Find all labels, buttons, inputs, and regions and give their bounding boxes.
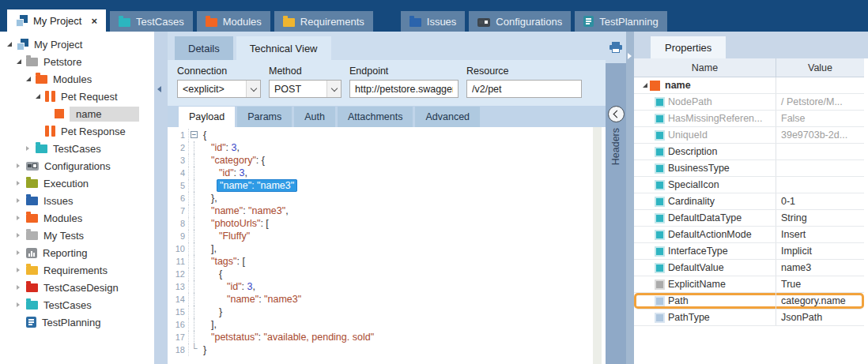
window-tab-requirements[interactable]: Requirements bbox=[274, 11, 373, 32]
tree-item-issues[interactable]: Issues bbox=[0, 192, 154, 209]
editor-line[interactable]: 8"photoUrls": [ bbox=[168, 217, 593, 230]
tree-item-configurations[interactable]: Configurations bbox=[0, 157, 154, 174]
editor-line[interactable]: 10], bbox=[168, 242, 593, 255]
property-row-explicitname[interactable]: ExplicitNameTrue bbox=[634, 276, 864, 293]
expander-icon[interactable] bbox=[14, 231, 23, 240]
headers-collapsed-panel[interactable]: Headers bbox=[606, 63, 626, 364]
editor-line[interactable]: 15} bbox=[168, 306, 593, 318]
tab-properties[interactable]: Properties bbox=[651, 36, 726, 58]
editor-line[interactable]: 16], bbox=[168, 318, 593, 331]
expander-icon[interactable] bbox=[24, 75, 32, 84]
column-header-value: Value bbox=[776, 58, 864, 77]
property-row-cardinality[interactable]: Cardinality0-1 bbox=[634, 193, 864, 210]
window-tab-configurations[interactable]: Configurations bbox=[469, 11, 571, 32]
tree-item-testcases[interactable]: TestCases bbox=[0, 296, 154, 313]
window-tab-my-project[interactable]: My Project× bbox=[7, 9, 106, 32]
tree-item-execution[interactable]: Execution bbox=[0, 174, 154, 192]
tree-item-testcases[interactable]: TestCases bbox=[0, 140, 154, 157]
expander-icon[interactable] bbox=[14, 283, 23, 292]
property-row-specialicon[interactable]: SpecialIcon bbox=[634, 177, 864, 193]
tab-technical-view[interactable]: Technical View bbox=[236, 36, 331, 60]
chevron-down-icon[interactable] bbox=[246, 81, 260, 97]
tree-item-pet-response[interactable]: Pet Response bbox=[0, 122, 154, 140]
editor-line[interactable]: 6}, bbox=[168, 192, 593, 205]
property-row-description[interactable]: Description bbox=[634, 144, 864, 160]
tree-item-testplanning[interactable]: TestPlanning bbox=[0, 313, 154, 331]
editor-line[interactable]: 5"name": "name3" bbox=[168, 179, 593, 192]
property-row-defaultactionmode[interactable]: DefaultActionModeInsert bbox=[634, 227, 864, 243]
folder-icon bbox=[26, 301, 38, 310]
tree-item-requirements[interactable]: Requirements bbox=[0, 261, 154, 279]
payload-editor[interactable]: 1{2"id": 3,3"category": {4"id": 3,5"name… bbox=[168, 127, 606, 364]
endpoint-input[interactable] bbox=[349, 80, 459, 98]
expander-icon[interactable] bbox=[14, 249, 23, 257]
property-row-pathtype[interactable]: PathTypeJsonPath bbox=[634, 310, 864, 326]
editor-line[interactable]: 14"name": "name3" bbox=[168, 293, 593, 306]
expand-headers-button[interactable] bbox=[608, 106, 625, 122]
expander-icon[interactable] bbox=[14, 301, 23, 310]
editor-scrollbar[interactable] bbox=[593, 127, 602, 364]
window-tab-issues[interactable]: Issues bbox=[401, 11, 466, 32]
payload-tab-auth[interactable]: Auth bbox=[294, 107, 335, 127]
expander-icon[interactable] bbox=[5, 40, 13, 49]
expander-icon[interactable] bbox=[33, 92, 42, 101]
property-row-nodepath[interactable]: NodePath/ Petstore/M... bbox=[634, 94, 864, 111]
property-row-businesstype[interactable]: BusinessType bbox=[634, 160, 864, 177]
editor-line[interactable]: 1{ bbox=[168, 129, 593, 141]
tree-item-pet-request[interactable]: Pet Request bbox=[0, 88, 154, 105]
close-icon[interactable]: × bbox=[91, 16, 97, 26]
tree-item-my-tests[interactable]: My Tests bbox=[0, 227, 154, 244]
tab-details[interactable]: Details bbox=[175, 36, 233, 60]
right-splitter[interactable] bbox=[626, 32, 634, 364]
tree-item-modules[interactable]: Modules bbox=[0, 209, 154, 227]
chevron-down-icon[interactable] bbox=[326, 81, 341, 97]
expander-icon[interactable] bbox=[14, 197, 23, 205]
editor-line[interactable]: 3"category": { bbox=[168, 154, 593, 167]
property-root-row[interactable]: name bbox=[634, 77, 864, 94]
fold-toggle-icon[interactable] bbox=[189, 129, 200, 141]
expander-icon[interactable] bbox=[640, 81, 649, 90]
tree-item-testcasedesign[interactable]: TestCaseDesign bbox=[0, 279, 154, 296]
left-splitter[interactable] bbox=[154, 32, 168, 364]
expander-icon[interactable] bbox=[14, 266, 23, 275]
payload-tab-advanced[interactable]: Advanced bbox=[415, 107, 480, 127]
editor-line[interactable]: 18} bbox=[168, 343, 593, 356]
print-button[interactable] bbox=[606, 32, 626, 63]
json-editor[interactable]: 1{2"id": 3,3"category": {4"id": 3,5"name… bbox=[168, 127, 593, 364]
expander-icon[interactable] bbox=[14, 179, 23, 188]
editor-line[interactable]: 9"Fluffy" bbox=[168, 230, 593, 242]
payload-tab-params[interactable]: Params bbox=[237, 107, 292, 127]
property-row-interfacetype[interactable]: InterfaceTypeImplicit bbox=[634, 243, 864, 260]
expander-icon[interactable] bbox=[14, 214, 23, 223]
collapse-left-icon[interactable] bbox=[157, 86, 161, 92]
expander-icon[interactable] bbox=[14, 162, 23, 171]
window-tab-testplanning[interactable]: TestPlanning bbox=[575, 11, 666, 32]
property-row-defaultdatatype[interactable]: DefaultDataTypeString bbox=[634, 210, 864, 227]
editor-line[interactable]: 7"name": "name3", bbox=[168, 205, 593, 217]
property-row-hasmissingreferen-[interactable]: HasMissingReferen...False bbox=[634, 111, 864, 127]
editor-line[interactable]: 4"id": 3, bbox=[168, 167, 593, 179]
method-dropdown[interactable]: POST bbox=[269, 80, 342, 98]
tree-item-petstore[interactable]: Petstore bbox=[0, 53, 154, 70]
resource-input[interactable] bbox=[466, 80, 582, 98]
collapse-right-icon[interactable] bbox=[628, 53, 632, 59]
property-row-path[interactable]: Pathcategory.name bbox=[634, 293, 864, 310]
payload-tab-attachments[interactable]: Attachments bbox=[338, 107, 413, 127]
expander-icon[interactable] bbox=[24, 144, 32, 153]
tree-item-reporting[interactable]: Reporting bbox=[0, 244, 154, 261]
window-tab-modules[interactable]: Modules bbox=[197, 11, 270, 32]
property-row-uniqueid[interactable]: UniqueId39e9703b-2d... bbox=[634, 127, 864, 144]
connection-dropdown[interactable]: <explicit> bbox=[177, 80, 261, 98]
tree-item-modules[interactable]: Modules bbox=[0, 70, 154, 88]
tree-item-my-project[interactable]: My Project bbox=[0, 36, 154, 53]
editor-line[interactable]: 13"id": 3, bbox=[168, 280, 593, 293]
editor-line[interactable]: 2"id": 3, bbox=[168, 141, 593, 154]
editor-line[interactable]: 12{ bbox=[168, 268, 593, 280]
expander-icon[interactable] bbox=[14, 58, 23, 66]
editor-line[interactable]: 17"petstatus": "available, pending. sold… bbox=[168, 331, 593, 343]
property-row-defaultvalue[interactable]: DefaultValuename3 bbox=[634, 260, 864, 276]
tree-item-name[interactable]: name bbox=[0, 105, 154, 122]
payload-tab-payload[interactable]: Payload bbox=[179, 107, 235, 127]
window-tab-testcases[interactable]: TestCases bbox=[110, 11, 193, 32]
editor-line[interactable]: 11"tags": [ bbox=[168, 255, 593, 268]
